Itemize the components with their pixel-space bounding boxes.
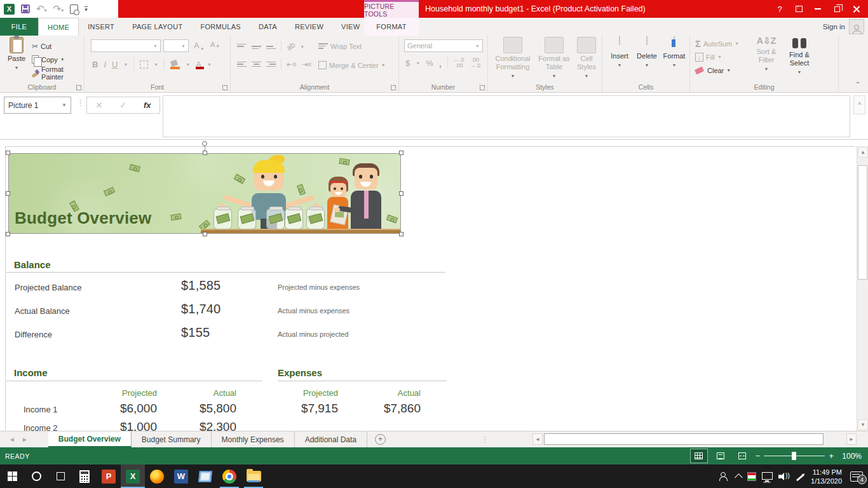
mail-app-button[interactable]	[193, 464, 217, 488]
sheet-tab-budget-summary[interactable]: Budget Summary	[132, 431, 212, 447]
percent-style-icon[interactable]: %	[426, 58, 433, 68]
clock[interactable]: 11:49 PM 1/13/2020	[811, 468, 842, 485]
horizontal-scrollbar[interactable]: ◄ ►	[532, 433, 857, 445]
formula-input[interactable]	[163, 95, 850, 137]
horizontal-scroll-thumb[interactable]	[544, 433, 824, 445]
scroll-up-icon[interactable]: ▲	[858, 147, 868, 158]
redo-dropdown-icon[interactable]: ▾	[61, 8, 64, 13]
selection-handle-ne[interactable]	[399, 151, 403, 155]
shrink-font-button[interactable]: A▼	[210, 41, 220, 48]
firefox-button[interactable]	[145, 464, 169, 488]
delete-cells-button[interactable]: Delete▼	[634, 37, 660, 69]
align-middle-icon[interactable]	[252, 43, 261, 50]
clear-button[interactable]: Clear▼	[695, 64, 739, 77]
selection-handle-w[interactable]	[6, 191, 10, 196]
copy-button[interactable]: Copy▼	[32, 53, 84, 66]
ribbon-display-options-button[interactable]	[789, 0, 808, 18]
avatar[interactable]	[849, 19, 864, 34]
worksheet[interactable]: Budget Overview Balance Projected Balanc…	[0, 140, 855, 431]
accounting-format-icon[interactable]: $	[405, 58, 410, 68]
sheet-next-icon[interactable]: ►	[22, 436, 28, 443]
selection-handle-sw[interactable]	[6, 232, 10, 236]
zoom-level[interactable]: 100%	[839, 452, 862, 461]
tab-format-contextual[interactable]: FORMAT	[364, 18, 419, 36]
font-dialog-launcher[interactable]	[222, 85, 228, 90]
page-break-view-button[interactable]	[734, 449, 750, 463]
expenses-heading[interactable]: Expenses	[278, 367, 322, 378]
tab-page-layout[interactable]: PAGE LAYOUT	[123, 18, 191, 36]
excel-button[interactable]: X	[121, 464, 145, 488]
tab-view[interactable]: VIEW	[332, 18, 369, 36]
decrease-indent-icon[interactable]: ⇤≡	[287, 60, 297, 69]
grow-font-button[interactable]: A▲	[194, 41, 205, 50]
insert-cells-button[interactable]: Insert▼	[607, 37, 632, 69]
expenses-actual-header[interactable]: Actual	[363, 388, 421, 398]
cut-button[interactable]: ✂Cut	[32, 39, 84, 53]
income-row-label[interactable]: Income 1	[24, 405, 57, 414]
confirm-entry-icon[interactable]: ✓	[119, 100, 126, 110]
rotate-handle[interactable]	[202, 141, 207, 146]
wrap-text-button[interactable]: Wrap Text	[318, 39, 362, 53]
tray-app-icon[interactable]	[747, 472, 756, 481]
sheet-tab-additional-data[interactable]: Additional Data	[295, 431, 367, 447]
balance-heading[interactable]: Balance	[14, 259, 51, 270]
align-right-icon[interactable]	[266, 61, 276, 68]
close-button[interactable]	[846, 0, 865, 18]
tab-formulas[interactable]: FORMULAS	[191, 18, 250, 36]
scroll-down-icon[interactable]: ▼	[858, 419, 868, 430]
zoom-slider[interactable]	[764, 456, 825, 456]
powerpoint-button[interactable]: P	[97, 464, 121, 488]
increase-indent-icon[interactable]: ⇥≡	[302, 60, 312, 69]
print-preview-icon[interactable]	[70, 4, 78, 14]
balance-row-note[interactable]: Projected minus expenses	[278, 283, 360, 291]
vertical-scrollbar[interactable]: ▲ ▼	[857, 146, 868, 431]
sheet-prev-icon[interactable]: ◄	[9, 436, 15, 443]
tab-review[interactable]: REVIEW	[286, 18, 332, 36]
formula-bar-collapse-icon[interactable]: ^	[853, 95, 865, 114]
selection-handle-nw[interactable]	[6, 151, 10, 155]
task-view-button[interactable]	[48, 464, 72, 488]
italic-button[interactable]: I	[104, 60, 106, 69]
network-display-icon[interactable]	[762, 472, 773, 480]
align-center-icon[interactable]	[252, 61, 261, 68]
new-sheet-icon[interactable]: +	[375, 434, 386, 445]
income-row-label[interactable]: Income 2	[24, 423, 57, 431]
name-box[interactable]: Picture 1▼	[4, 97, 71, 114]
number-dialog-launcher[interactable]	[480, 85, 485, 90]
balance-row-value[interactable]: $155	[181, 325, 210, 340]
cell-styles-button[interactable]: Cell Styles▼	[573, 37, 600, 80]
sheet-tab-monthly-expenses[interactable]: Monthly Expenses	[212, 431, 295, 447]
income-projected-value[interactable]: $1,000	[93, 420, 157, 431]
selection-handle-e[interactable]	[399, 191, 403, 196]
page-layout-view-button[interactable]	[712, 449, 729, 463]
font-size-combo[interactable]: ▼	[163, 39, 189, 52]
collapse-ribbon-icon[interactable]: ⌃	[853, 81, 863, 90]
restore-button[interactable]	[827, 0, 846, 18]
sheet-tab-budget-overview[interactable]: Budget Overview	[48, 431, 132, 447]
tab-scrollbar-splitter[interactable]: ⋮	[481, 435, 489, 444]
selection-handle-n[interactable]	[203, 151, 207, 155]
orientation-icon[interactable]: ab	[285, 40, 297, 52]
normal-view-button[interactable]	[691, 449, 707, 463]
decrease-decimal-icon[interactable]: .00→.0	[470, 57, 480, 69]
underline-dropdown-icon[interactable]: ▼	[123, 62, 128, 67]
income-actual-value[interactable]: $5,800	[173, 402, 236, 416]
file-explorer-button[interactable]	[241, 464, 266, 488]
borders-icon[interactable]	[140, 60, 148, 69]
comma-style-icon[interactable]: ,	[439, 58, 442, 69]
scroll-left-icon[interactable]: ◄	[532, 433, 543, 445]
zoom-slider-thumb[interactable]	[792, 452, 796, 460]
format-cells-button[interactable]: Format▼	[661, 37, 688, 69]
word-button[interactable]: W	[169, 464, 193, 488]
undo-button[interactable]: ↶▾	[36, 3, 47, 15]
selection-handle-s[interactable]	[203, 232, 207, 236]
vertical-scroll-thumb[interactable]	[858, 165, 867, 280]
expenses-projected-header[interactable]: Projected	[281, 388, 338, 398]
income-projected-header[interactable]: Projected	[100, 388, 157, 398]
cancel-entry-icon[interactable]: ✕	[95, 100, 102, 110]
number-format-combo[interactable]: General▼	[404, 39, 483, 52]
increase-decimal-icon[interactable]: ←.0.00	[454, 57, 465, 69]
align-left-icon[interactable]	[237, 61, 247, 68]
scroll-right-icon[interactable]: ►	[846, 433, 857, 445]
help-button[interactable]: ?	[770, 0, 789, 18]
